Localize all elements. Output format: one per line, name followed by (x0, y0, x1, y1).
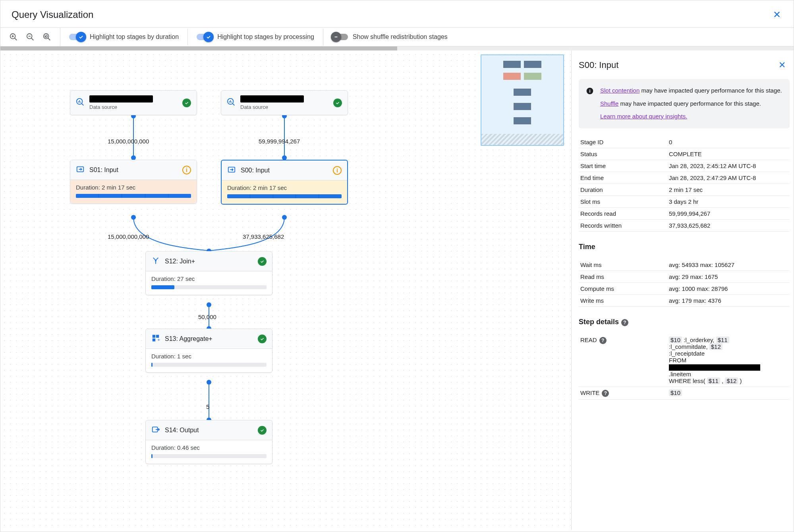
learn-more-link[interactable]: Learn more about query insights. (600, 113, 687, 120)
svg-line-26 (153, 258, 156, 260)
node-title: S01: Input (89, 166, 178, 174)
node-stage-s12[interactable]: S12: Join+ Duration: 27 sec (145, 251, 272, 295)
zoom-reset-icon[interactable] (43, 33, 51, 41)
node-duration-label: Duration: 0.46 sec (151, 444, 267, 451)
output-icon (151, 425, 160, 435)
node-duration-panel: Duration: 2 min 17 sec (222, 180, 347, 204)
query-visualization-window: Query Visualization ✕ Highlight top stag… (0, 0, 794, 532)
step-details-heading: Step details? (579, 318, 790, 326)
toggle-highlight-duration[interactable]: Highlight top stages by duration (60, 29, 188, 45)
time-section-heading: Time (579, 243, 790, 251)
node-duration-panel: Duration: 27 sec (146, 271, 272, 295)
insights-notice: i Slot contention may have impacted quer… (579, 79, 790, 128)
node-duration-panel: Duration: 0.46 sec (146, 440, 272, 464)
panel-title: S00: Input (579, 60, 618, 70)
svg-line-5 (31, 38, 34, 41)
slot-contention-link[interactable]: Slot contention (600, 87, 639, 94)
svg-line-17 (233, 104, 235, 106)
edge-label: 50,000 (198, 313, 216, 320)
title-bar: Query Visualization ✕ (0, 0, 794, 28)
zoom-out-icon[interactable] (26, 33, 35, 41)
redacted-label (669, 364, 760, 371)
stage-summary-table: Stage ID0 StatusCOMPLETE Start timeJan 2… (579, 136, 790, 232)
step-read-row: READ? (579, 334, 667, 387)
join-icon (151, 256, 160, 266)
graph-horizontal-scrollbar[interactable] (0, 46, 794, 50)
step-write-row: WRITE? (579, 387, 667, 399)
node-duration-label: Duration: 27 sec (151, 275, 267, 282)
execution-graph-canvas[interactable]: 15,000,000,000 59,999,994,267 15,000,000… (0, 50, 571, 530)
svg-point-7 (44, 34, 49, 39)
toggle-label: Highlight top stages by processing (217, 33, 314, 41)
toggle-show-shuffle[interactable]: Show shuffle redistribution stages (323, 29, 456, 45)
zoom-group (0, 28, 60, 46)
toggle-label: Show shuffle redistribution stages (353, 33, 448, 41)
node-duration-label: Duration: 1 sec (151, 353, 267, 360)
toggle-switch-icon (69, 34, 85, 40)
toggle-highlight-processing[interactable]: Highlight top stages by processing (188, 29, 323, 45)
node-duration-panel: Duration: 2 min 17 sec (70, 180, 197, 203)
edge-label: 5 (206, 403, 209, 410)
redacted-label (240, 95, 304, 103)
toggle-switch-icon (197, 34, 213, 40)
aggregate-icon: + (151, 334, 160, 344)
node-title: S13: Aggregate+ (165, 335, 253, 342)
node-stage-s00[interactable]: S00: Input i Duration: 2 min 17 sec (221, 160, 348, 205)
node-duration-label: Duration: 2 min 17 sec (76, 184, 191, 191)
minimap[interactable] (481, 54, 564, 146)
node-title: S00: Input (241, 167, 328, 174)
svg-rect-30 (153, 339, 155, 341)
stage-time-table: Wait msavg: 54933 max: 105627 Read msavg… (579, 259, 790, 307)
node-datasource[interactable]: Data source (221, 90, 348, 115)
magnify-chart-icon (76, 98, 85, 108)
edge-label: 15,000,000,000 (108, 138, 149, 145)
node-title: S12: Join+ (165, 258, 253, 265)
status-warning-icon: i (182, 166, 191, 174)
page-title: Query Visualization (12, 9, 93, 20)
help-icon[interactable]: ? (602, 390, 609, 397)
step-details-table: READ? $10 :l_orderkey, $11 :l_commitdate… (579, 334, 790, 400)
status-ok-icon (182, 99, 191, 107)
help-icon[interactable]: ? (599, 337, 607, 344)
graph-toolbar: Highlight top stages by duration Highlig… (0, 28, 794, 46)
toggle-switch-icon (332, 34, 348, 40)
svg-text:+: + (158, 337, 160, 342)
edge-label: 59,999,994,267 (259, 138, 300, 145)
svg-rect-28 (153, 335, 155, 338)
edge-label: 37,933,625,682 (243, 233, 284, 240)
info-icon: i (586, 87, 594, 98)
node-stage-s01[interactable]: S01: Input i Duration: 2 min 17 sec (70, 160, 197, 204)
svg-line-12 (82, 104, 84, 106)
node-subtitle: Data source (89, 104, 178, 110)
toggle-label: Highlight top stages by duration (90, 33, 179, 41)
shuffle-link[interactable]: Shuffle (600, 100, 618, 107)
redacted-label (89, 95, 153, 103)
svg-line-27 (156, 258, 158, 260)
edge-label: 15,000,000,000 (108, 233, 149, 240)
status-ok-icon (258, 257, 267, 266)
node-duration-panel: Duration: 1 sec (146, 349, 272, 372)
stage-details-panel: S00: Input ✕ i Slot contention may have … (571, 50, 794, 530)
svg-line-1 (15, 38, 17, 41)
node-title: S14: Output (165, 427, 253, 434)
status-warning-icon: i (333, 166, 342, 175)
node-subtitle: Data source (240, 104, 328, 110)
status-ok-icon (333, 99, 342, 107)
node-stage-s14[interactable]: S14: Output Duration: 0.46 sec (145, 420, 272, 464)
zoom-in-icon[interactable] (9, 33, 18, 41)
svg-line-8 (48, 38, 50, 41)
input-icon (76, 165, 85, 175)
node-datasource[interactable]: Data source (70, 90, 197, 115)
magnify-chart-icon (227, 98, 236, 108)
input-icon (227, 165, 236, 175)
close-panel-icon[interactable]: ✕ (777, 58, 787, 72)
close-icon[interactable]: ✕ (771, 8, 782, 22)
help-icon[interactable]: ? (621, 319, 628, 326)
status-ok-icon (258, 426, 267, 435)
node-duration-label: Duration: 2 min 17 sec (227, 184, 342, 191)
status-ok-icon (258, 335, 267, 343)
svg-text:i: i (589, 88, 590, 93)
node-stage-s13[interactable]: + S13: Aggregate+ Duration: 1 sec (145, 329, 272, 373)
